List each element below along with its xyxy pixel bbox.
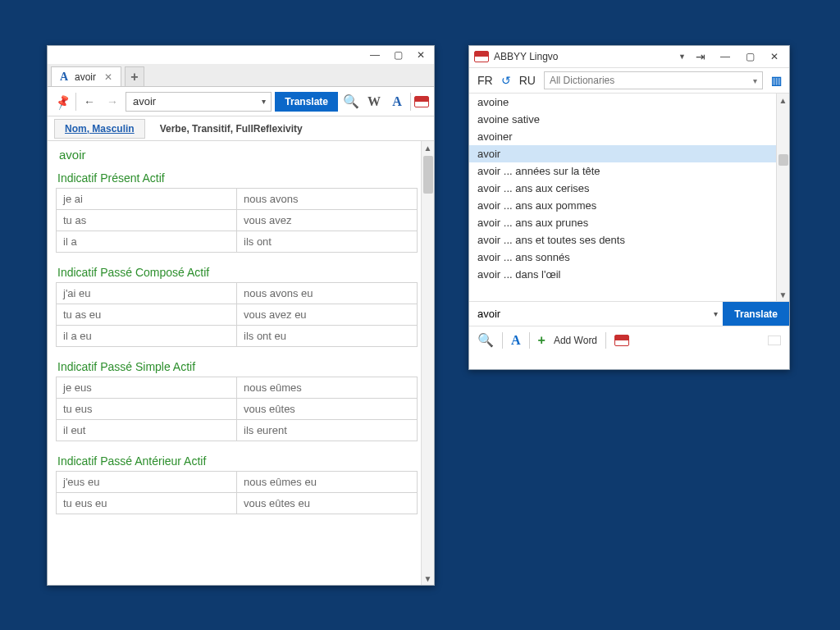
- pin-icon[interactable]: 📌: [50, 89, 75, 114]
- tense-header: Indicatif Présent Actif: [56, 167, 418, 188]
- word-list-inner: avoineavoine sativeavoineravoiravoir ...…: [469, 94, 776, 301]
- table-cell: il a eu: [57, 326, 237, 347]
- grammar-tab-other[interactable]: Verbe, Transitif, FullReflexivity: [160, 123, 303, 135]
- maximize-button[interactable]: ▢: [740, 49, 760, 64]
- list-item[interactable]: avoir ... ans aux cerises: [469, 180, 776, 197]
- conjugation-table: j'eus eunous eûmes eutu eus euvous eûtes…: [56, 471, 418, 514]
- close-button[interactable]: ✕: [765, 49, 784, 64]
- forward-button[interactable]: →: [103, 92, 122, 112]
- scroll-up-icon[interactable]: ▲: [777, 94, 790, 107]
- scroll-down-icon[interactable]: ▼: [777, 288, 790, 301]
- search-input-wrap[interactable]: ▾: [126, 92, 272, 112]
- table-cell: nous avons: [237, 189, 418, 210]
- tab-close-icon[interactable]: ✕: [104, 71, 112, 83]
- separator: [75, 93, 76, 111]
- chevron-down-icon[interactable]: ▾: [714, 309, 718, 318]
- bookshelf-icon[interactable]: ▥: [768, 72, 784, 89]
- tense-header: Indicatif Passé Simple Actif: [56, 355, 418, 377]
- word-input-wrap[interactable]: [469, 302, 714, 326]
- list-item[interactable]: avoir ... ans sonnés: [469, 249, 776, 266]
- article-pane: avoir Indicatif Présent Actifje ainous a…: [48, 141, 434, 585]
- list-item[interactable]: avoir ... ans aux prunes: [469, 214, 776, 231]
- list-item[interactable]: avoir ... ans et toutes ses dents: [469, 231, 776, 249]
- scroll-thumb[interactable]: [778, 154, 788, 166]
- chevron-down-icon[interactable]: ▾: [262, 97, 266, 106]
- add-word-button[interactable]: Add Word: [554, 335, 597, 346]
- minimize-button[interactable]: —: [365, 48, 385, 62]
- language-bar: FR ↺ RU All Dictionaries ▾ ▥: [469, 67, 789, 94]
- table-cell: nous eûmes eu: [237, 472, 418, 493]
- scrollbar[interactable]: ▲ ▼: [776, 94, 789, 301]
- pin-button[interactable]: ⇥: [691, 49, 710, 64]
- wikipedia-icon[interactable]: W: [364, 92, 384, 112]
- close-button[interactable]: ✕: [411, 48, 431, 62]
- list-item[interactable]: avoir: [469, 145, 776, 162]
- table-row: tu eus euvous eûtes eu: [57, 493, 418, 514]
- tab-strip: A avoir ✕ +: [48, 64, 434, 87]
- scroll-up-icon[interactable]: ▲: [422, 141, 435, 154]
- tutor-icon[interactable]: [614, 335, 629, 346]
- list-item[interactable]: avoir ... ans aux pommes: [469, 197, 776, 214]
- back-button[interactable]: ←: [80, 92, 99, 112]
- plus-icon: +: [538, 333, 546, 348]
- table-cell: je ai: [57, 189, 237, 210]
- lang-to[interactable]: RU: [516, 74, 539, 87]
- grammar-tab-active[interactable]: Nom, Masculin: [54, 119, 145, 139]
- grammar-tabs: Nom, Masculin Verbe, Transitif, FullRefl…: [48, 116, 434, 141]
- search-icon[interactable]: 🔍: [477, 332, 494, 348]
- lingvo-logo-icon[interactable]: [414, 96, 429, 107]
- lingvo-logo-icon: [474, 51, 489, 62]
- list-item[interactable]: avoine: [469, 94, 776, 111]
- table-cell: nous eûmes: [237, 377, 418, 399]
- window-controls: — ▢ ✕: [48, 46, 434, 64]
- scroll-track[interactable]: [777, 107, 789, 288]
- scroll-thumb[interactable]: [423, 156, 433, 194]
- dictionary-selector-label: All Dictionaries: [550, 75, 614, 86]
- new-tab-button[interactable]: +: [125, 66, 144, 86]
- table-cell: tu as: [57, 210, 237, 231]
- headword: avoir: [56, 146, 418, 167]
- translate-button[interactable]: Translate: [275, 92, 338, 112]
- scroll-track[interactable]: [422, 154, 434, 572]
- minimize-button[interactable]: —: [715, 49, 735, 64]
- search-icon[interactable]: 🔍: [341, 92, 361, 112]
- translate-button[interactable]: Translate: [723, 302, 789, 326]
- table-row: il a euils ont eu: [57, 326, 418, 347]
- tab-avoir[interactable]: A avoir ✕: [51, 66, 121, 86]
- menu-chevron-icon[interactable]: ▼: [678, 52, 686, 61]
- table-row: il ails ont: [57, 231, 418, 253]
- table-cell: vous avez: [237, 210, 418, 231]
- a-icon: A: [58, 71, 70, 83]
- list-item[interactable]: avoiner: [469, 128, 776, 145]
- maximize-button[interactable]: ▢: [388, 48, 408, 62]
- search-input[interactable]: [131, 94, 262, 108]
- table-row: tu eusvous eûtes: [57, 399, 418, 420]
- article-content: avoir Indicatif Présent Actifje ainous a…: [48, 141, 434, 585]
- tense-header: Indicatif Passé Composé Actif: [56, 261, 418, 282]
- list-item[interactable]: avoine sative: [469, 111, 776, 128]
- list-item[interactable]: avoir ... années sur la tête: [469, 162, 776, 180]
- table-cell: j'ai eu: [57, 283, 237, 304]
- table-cell: vous avez eu: [237, 304, 418, 326]
- table-row: je ainous avons: [57, 189, 418, 210]
- table-cell: il eut: [57, 420, 237, 441]
- separator: [502, 332, 503, 349]
- table-cell: il a: [57, 231, 237, 253]
- chevron-down-icon: ▾: [753, 76, 757, 85]
- lang-from[interactable]: FR: [474, 74, 496, 87]
- table-cell: tu eus eu: [57, 493, 237, 514]
- table-row: tu as euvous avez eu: [57, 304, 418, 326]
- flag-icon[interactable]: [768, 336, 781, 345]
- dictionary-selector[interactable]: All Dictionaries ▾: [544, 71, 763, 89]
- list-item[interactable]: avoir ... dans l'œil: [469, 266, 776, 283]
- scrollbar[interactable]: ▲ ▼: [421, 141, 434, 585]
- conjugation-table: j'ai eunous avons eutu as euvous avez eu…: [56, 282, 418, 347]
- forms-a-icon[interactable]: A: [387, 92, 407, 112]
- table-cell: j'eus eu: [57, 472, 237, 493]
- swap-languages-icon[interactable]: ↺: [501, 74, 511, 87]
- word-input[interactable]: [476, 307, 707, 321]
- bottom-toolbar: 🔍 A + Add Word: [469, 326, 789, 354]
- forms-a-icon[interactable]: A: [511, 333, 521, 348]
- scroll-down-icon[interactable]: ▼: [422, 572, 435, 585]
- table-cell: ils ont: [237, 231, 418, 253]
